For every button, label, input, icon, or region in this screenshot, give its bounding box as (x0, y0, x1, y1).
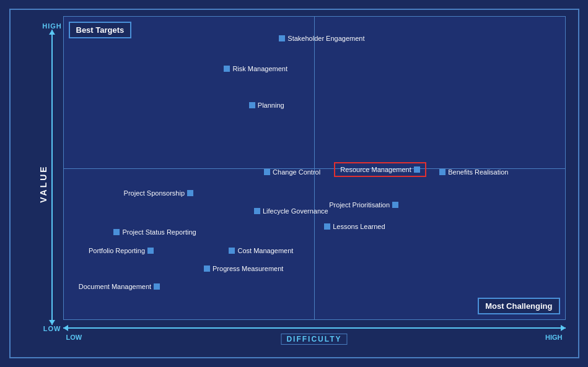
dot-cost-management (229, 248, 235, 254)
data-point-progress-measurement: Progress Measurement (204, 265, 283, 272)
x-axis-low-label: LOW (66, 334, 82, 341)
data-point-project-sponsorship: Project Sponsorship (124, 189, 193, 197)
chart-container: HIGH LOW Best Targets (9, 9, 579, 358)
data-point-project-prioritisation: Project Prioritisation (329, 201, 398, 209)
best-targets-label: Best Targets (69, 22, 132, 38)
dot-change-control (264, 169, 270, 175)
dot-planning (249, 102, 255, 108)
data-point-project-status-reporting: Project Status Reporting (113, 228, 196, 236)
data-point-risk-management: Risk Management (224, 65, 287, 72)
dot-portfolio-reporting (147, 248, 154, 254)
data-point-stakeholder-engagement: Stakeholder Engagement (279, 35, 364, 42)
data-point-change-control: Change Control (264, 168, 320, 176)
dot-document-management (154, 283, 160, 290)
dot-project-prioritisation (392, 202, 398, 208)
y-axis-high-label: HIGH (42, 22, 62, 30)
dot-lessons-learned (324, 223, 330, 230)
x-axis-high-label: HIGH (545, 334, 563, 341)
data-point-document-management: Document Management (79, 283, 160, 290)
dot-project-sponsorship (187, 190, 193, 196)
data-point-benefits-realisation: Benefits Realisation (439, 168, 508, 176)
dot-project-status-reporting (113, 229, 120, 235)
data-point-planning: Planning (249, 101, 284, 109)
y-axis-panel: HIGH LOW (42, 16, 63, 339)
data-point-resource-management: Resource Management (334, 162, 426, 177)
most-challenging-label: Most Challenging (478, 298, 559, 314)
dot-benefits-realisation (439, 169, 445, 175)
dot-progress-measurement (204, 266, 210, 272)
data-point-lifecycle-governance: Lifecycle Governance (254, 207, 328, 215)
chart-plot-area: Best Targets Most Challenging Stakeholde… (63, 16, 566, 320)
dot-risk-management (224, 66, 230, 72)
dot-lifecycle-governance (254, 208, 260, 214)
x-axis-container: LOW DIFFICULTY HIGH (63, 320, 566, 339)
dot-stakeholder-engagement (279, 35, 285, 41)
x-axis-difficulty-label: DIFFICULTY (281, 334, 347, 345)
chart-wrapper: HIGH LOW Best Targets (11, 10, 578, 357)
dot-resource-management (414, 166, 420, 173)
data-point-lessons-learned: Lessons Learned (324, 223, 385, 230)
y-axis-low-label: LOW (43, 325, 61, 332)
data-point-cost-management: Cost Management (229, 247, 293, 254)
data-point-portfolio-reporting: Portfolio Reporting (89, 247, 154, 254)
